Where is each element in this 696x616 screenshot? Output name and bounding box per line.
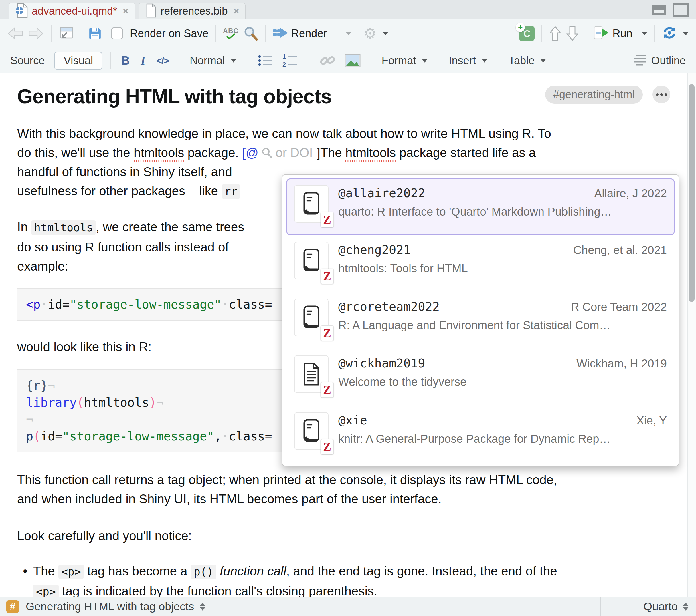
link-button[interactable]	[317, 52, 338, 69]
maximize-button[interactable]	[673, 3, 689, 17]
go-previous-section-button[interactable]	[547, 24, 564, 43]
insert-chunk-button[interactable]: C+	[517, 25, 537, 42]
citation-key: @allaire2022	[338, 186, 425, 200]
article-icon: Z	[294, 355, 329, 393]
heading-anchor-badge: #generating-html	[545, 85, 643, 103]
citation-author: Wickham, H 2019	[576, 357, 667, 370]
section-hash-icon: #	[6, 600, 19, 613]
back-button[interactable]	[5, 26, 26, 42]
editor-tab-bar: advanced-ui.qmd* × references.bib ×	[0, 0, 696, 19]
page-title: Generating HTML with tag objects	[17, 85, 545, 108]
inline-code: htmltools	[31, 221, 96, 235]
outline-toggle-button[interactable]: Outline	[651, 54, 686, 67]
save-button[interactable]	[86, 26, 104, 42]
misspelled-word: htmltools	[345, 146, 396, 160]
tab-label: references.bib	[160, 5, 227, 17]
bullet-list-button[interactable]	[255, 53, 276, 68]
editor-scrollbar[interactable]	[687, 74, 696, 597]
chevron-down-icon[interactable]	[642, 32, 647, 35]
insert-dropdown[interactable]: Insert	[446, 53, 490, 68]
minimize-button[interactable]	[652, 4, 666, 15]
citation-item-wickham2019[interactable]: Z @wickham2019Wickham, H 2019 Welcome to…	[286, 348, 675, 405]
tab-label: advanced-ui.qmd*	[32, 5, 117, 17]
bold-button[interactable]: B	[119, 53, 132, 69]
text-line: The <p> tag has become a p() function ca…	[33, 562, 670, 581]
inline-code: <p>	[33, 585, 59, 597]
zotero-badge: Z	[320, 325, 334, 341]
paragraph-style-dropdown[interactable]: Normal	[188, 53, 238, 68]
inline-code: p()	[191, 565, 216, 579]
settings-button[interactable]: ⚙	[361, 25, 391, 42]
inline-code-button[interactable]: </>	[154, 54, 171, 67]
table-dropdown[interactable]: Table	[506, 53, 548, 68]
chevron-down-icon[interactable]	[346, 32, 351, 35]
svg-text:1: 1	[283, 53, 286, 60]
search-button[interactable]	[241, 25, 260, 42]
render-button[interactable]: Render	[270, 25, 354, 42]
citation-item-rcoreteam2022[interactable]: Z @rcoreteam2022R Core Team 2022 R: A La…	[286, 292, 675, 348]
search-icon	[261, 147, 273, 159]
citation-item-allaire2022[interactable]: Z @allaire2022Allaire, J 2022 quarto: R …	[286, 178, 675, 235]
text-line: do this, we'll use the htmltools package…	[17, 143, 670, 162]
popout-window-button[interactable]	[56, 26, 76, 42]
heading-more-button[interactable]	[652, 85, 670, 103]
forward-button[interactable]	[26, 26, 46, 42]
tab-advanced-ui-qmd[interactable]: advanced-ui.qmd* ×	[9, 3, 135, 19]
checkbox-box[interactable]	[111, 28, 123, 39]
run-icon	[593, 26, 610, 41]
chevron-down-icon[interactable]	[231, 59, 236, 63]
chevron-down-icon[interactable]	[481, 59, 487, 63]
scrollbar-thumb[interactable]	[689, 84, 695, 302]
plus-icon: +	[516, 23, 525, 32]
book-icon: Z	[294, 298, 329, 336]
go-next-section-button[interactable]	[564, 24, 581, 43]
tab-references-bib[interactable]: references.bib ×	[139, 3, 246, 19]
run-button[interactable]: Run	[591, 25, 650, 42]
document-mode-selector[interactable]: Quarto	[600, 597, 696, 616]
render-label: Render	[291, 28, 327, 40]
book-icon: Z	[294, 412, 329, 450]
text-line: Look carefully and you'll notice:	[17, 526, 670, 545]
file-icon	[145, 3, 157, 19]
close-icon[interactable]: ×	[234, 5, 239, 17]
visual-editor-canvas[interactable]: Generating HTML with tag objects #genera…	[0, 74, 696, 597]
paragraph: This function call returns a tag object;…	[17, 470, 670, 508]
chevron-down-icon[interactable]	[422, 59, 428, 63]
citation-author: Allaire, J 2022	[595, 187, 667, 200]
citation-key: @wickham2019	[338, 356, 425, 370]
sync-icon	[662, 26, 677, 40]
image-button[interactable]	[342, 53, 363, 69]
citation-key: @cheng2021	[338, 243, 411, 257]
inline-code: rr	[222, 184, 240, 199]
render-icon	[272, 26, 288, 40]
render-on-save-checkbox[interactable]: Render on Save	[109, 26, 211, 41]
italic-text: function call	[220, 564, 286, 578]
svg-text:2: 2	[283, 61, 286, 68]
numbered-list-button[interactable]: 1 2	[280, 52, 300, 69]
text-line: <p> tag is indicated by the function cal…	[33, 581, 670, 597]
format-dropdown[interactable]: Format	[379, 53, 430, 68]
citation-title: htmltools: Tools for HTML	[338, 262, 667, 275]
inline-code: <p>	[58, 565, 84, 579]
citation-autocomplete-popup: Z @allaire2022Allaire, J 2022 quarto: R …	[282, 175, 679, 466]
insert-chunk-icon: C+	[519, 26, 535, 41]
citation-item-xie[interactable]: Z @xieXie, Y knitr: A General-Purpose Pa…	[286, 406, 675, 462]
section-navigator-button[interactable]: Generating HTML with tag objects	[26, 600, 194, 613]
italic-button[interactable]: I	[139, 53, 148, 69]
chevron-down-icon[interactable]	[683, 32, 689, 35]
chevron-down-icon[interactable]	[383, 32, 389, 35]
visual-mode-button[interactable]: Visual	[54, 52, 102, 70]
citation-item-cheng2021[interactable]: Z @cheng2021Cheng, et al. 2021 htmltools…	[286, 235, 675, 292]
chevron-down-icon[interactable]	[540, 59, 546, 63]
section-updown-icon[interactable]	[200, 603, 205, 611]
zotero-badge: Z	[320, 269, 334, 284]
source-mode-button[interactable]: Source	[10, 54, 45, 67]
misspelled-word: htmltools	[133, 146, 184, 160]
rerun-source-button[interactable]	[659, 25, 691, 42]
spellcheck-button[interactable]: ABC	[221, 26, 241, 40]
close-icon[interactable]: ×	[123, 5, 128, 17]
paragraph: Look carefully and you'll notice:	[17, 526, 670, 545]
citation-input[interactable]: [@or DOI]	[242, 146, 320, 160]
text-line: With this background knowledge in place,…	[17, 124, 670, 143]
list-item: • The <p> tag has become a p() function …	[17, 562, 670, 597]
